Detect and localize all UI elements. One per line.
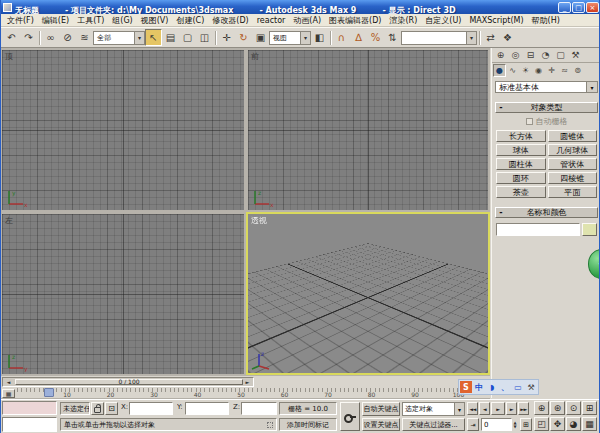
absolute-mode-toggle[interactable]: ⊡ bbox=[105, 402, 118, 415]
zoom-extents-icon[interactable]: ⊙ bbox=[566, 401, 581, 415]
category-helpers-icon[interactable]: ✛ bbox=[545, 64, 558, 77]
set-key-button[interactable]: 设置关键点 bbox=[362, 418, 400, 431]
time-slider-handle[interactable]: 0 / 100 bbox=[15, 379, 243, 385]
go-to-start-button[interactable]: ◄◄ bbox=[467, 402, 478, 415]
ime-fullwidth-icon[interactable]: ◗ bbox=[486, 381, 498, 393]
select-and-scale-icon[interactable]: ▣ bbox=[252, 29, 269, 46]
menu-item[interactable]: MAXScript(M) bbox=[465, 16, 527, 25]
ime-punctuation-icon[interactable]: 、 bbox=[499, 381, 511, 393]
tab-modify-icon[interactable]: ◎ bbox=[508, 48, 523, 62]
object-name-input[interactable] bbox=[496, 223, 580, 236]
primitive-type-dropdown[interactable]: 标准基本体 bbox=[495, 81, 598, 93]
menu-item[interactable]: 视图(V) bbox=[137, 15, 173, 26]
undo-icon[interactable]: ↶ bbox=[3, 29, 20, 46]
viewport-perspective-active[interactable]: 透视 z bbox=[246, 212, 490, 375]
bind-to-spacewarp-icon[interactable]: ≋ bbox=[76, 29, 93, 46]
menu-item[interactable]: 文件(F) bbox=[3, 15, 38, 26]
x-coordinate-field[interactable] bbox=[129, 402, 173, 415]
unlink-selection-icon[interactable]: ⊘ bbox=[59, 29, 76, 46]
play-button[interactable]: ► bbox=[491, 402, 505, 415]
select-by-name-icon[interactable]: ▤ bbox=[162, 29, 179, 46]
menu-item[interactable]: 动画(A) bbox=[289, 15, 325, 26]
tab-display-icon[interactable]: ▢ bbox=[553, 48, 568, 62]
add-time-tag[interactable]: 添加时间标记 bbox=[279, 418, 337, 431]
snap-toggle-icon[interactable]: ∩ bbox=[333, 29, 350, 46]
primitive-button[interactable]: 圆柱体 bbox=[496, 158, 546, 170]
spinner-snap-icon[interactable]: ⇅ bbox=[384, 29, 401, 46]
previous-frame-button[interactable]: ◄ bbox=[479, 402, 490, 415]
primitive-button[interactable]: 茶壶 bbox=[496, 186, 546, 198]
reference-coordinate-dropdown[interactable]: 视图 bbox=[269, 31, 311, 45]
menu-item[interactable]: 修改器(D) bbox=[208, 15, 252, 26]
maxscript-listener-box[interactable] bbox=[2, 417, 57, 432]
viewport-left-label[interactable]: 左 bbox=[5, 215, 13, 226]
select-and-link-icon[interactable]: ∞ bbox=[42, 29, 59, 46]
menu-item[interactable]: 渲染(R) bbox=[385, 15, 421, 26]
category-shapes-icon[interactable]: ∿ bbox=[506, 64, 519, 77]
mini-curve-editor-button[interactable]: ▦ bbox=[2, 389, 15, 398]
align-icon[interactable]: ❖ bbox=[499, 29, 516, 46]
redo-icon[interactable]: ↷ bbox=[20, 29, 37, 46]
menu-item[interactable]: 图表编辑器(D) bbox=[325, 15, 385, 26]
rectangular-selection-region-icon[interactable]: ▢ bbox=[179, 29, 196, 46]
angle-snap-icon[interactable]: ∆ bbox=[350, 29, 367, 46]
menu-item[interactable]: 帮助(H) bbox=[528, 15, 564, 26]
set-keys-button[interactable] bbox=[340, 402, 360, 431]
menu-item[interactable]: 编辑(E) bbox=[38, 15, 73, 26]
zoom-icon[interactable]: ⊕ bbox=[534, 401, 549, 415]
z-coordinate-field[interactable] bbox=[241, 402, 277, 415]
viewport-top[interactable]: 顶 x y bbox=[2, 50, 244, 210]
ime-softkeyboard-icon[interactable]: ▭ bbox=[512, 381, 524, 393]
primitive-button[interactable]: 平面 bbox=[548, 186, 598, 198]
mirror-icon[interactable]: ⇄ bbox=[482, 29, 499, 46]
minimize-button[interactable]: _ bbox=[558, 2, 571, 13]
primitive-button[interactable]: 四棱锥 bbox=[548, 172, 598, 184]
viewport-front[interactable]: 前 x z bbox=[248, 50, 488, 210]
next-frame-button[interactable]: ► bbox=[506, 402, 517, 415]
ime-toolbox-icon[interactable]: ⚒ bbox=[525, 381, 537, 393]
pan-icon[interactable]: ✥ bbox=[550, 417, 565, 431]
frame-spinner[interactable]: ▲▼ bbox=[512, 418, 518, 431]
go-to-end-button[interactable]: ►► bbox=[518, 402, 529, 415]
window-crossing-icon[interactable]: ◫ bbox=[196, 29, 213, 46]
tab-create-icon[interactable]: ⊕ bbox=[493, 48, 508, 62]
autogrid-checkbox[interactable] bbox=[526, 118, 533, 125]
time-configuration-button[interactable]: ⊞ bbox=[520, 418, 532, 431]
menu-item[interactable]: 自定义(U) bbox=[421, 15, 465, 26]
select-and-move-icon[interactable]: ✛ bbox=[218, 29, 235, 46]
named-selection-set-field[interactable] bbox=[401, 31, 477, 45]
object-color-swatch[interactable] bbox=[582, 223, 597, 236]
key-filter-dropdown[interactable]: 选定对象 bbox=[402, 402, 465, 416]
ime-language-icon[interactable]: 中 bbox=[473, 381, 485, 393]
category-cameras-icon[interactable]: ◉ bbox=[532, 64, 545, 77]
viewport-perspective-label[interactable]: 透视 bbox=[251, 215, 267, 226]
object-type-rollout-header[interactable]: - 对象类型 bbox=[495, 102, 598, 113]
ime-logo-icon[interactable]: S bbox=[460, 381, 472, 393]
macro-recorder-box[interactable] bbox=[2, 401, 57, 415]
percent-snap-icon[interactable]: % bbox=[367, 29, 384, 46]
category-lights-icon[interactable]: ☀ bbox=[519, 64, 532, 77]
selection-filter-dropdown[interactable]: 全部 bbox=[93, 31, 145, 45]
maximize-viewport-toggle-icon[interactable]: ▦ bbox=[582, 417, 597, 431]
primitive-button[interactable]: 圆环 bbox=[496, 172, 546, 184]
name-color-rollout-header[interactable]: - 名称和颜色 bbox=[495, 207, 598, 218]
auto-key-button[interactable]: 自动关键点 bbox=[362, 402, 400, 416]
category-systems-icon[interactable]: ⊚ bbox=[571, 64, 584, 77]
close-button[interactable]: × bbox=[586, 2, 599, 13]
notification-icon[interactable] bbox=[267, 422, 273, 428]
primitive-button[interactable]: 球体 bbox=[496, 144, 546, 156]
viewport-top-label[interactable]: 顶 bbox=[5, 51, 13, 62]
category-spacewarps-icon[interactable]: ≈ bbox=[558, 64, 571, 77]
key-filters-button[interactable]: 关键点过滤器... bbox=[402, 418, 465, 431]
zoom-all-icon[interactable]: ⊛ bbox=[550, 401, 565, 415]
menu-item[interactable]: 创建(C) bbox=[172, 15, 208, 26]
tab-motion-icon[interactable]: ◔ bbox=[538, 48, 553, 62]
menu-item[interactable]: 工具(T) bbox=[73, 15, 108, 26]
region-zoom-icon[interactable]: ◰ bbox=[534, 417, 549, 431]
select-object-icon[interactable]: ↖ bbox=[145, 29, 162, 46]
viewport-left[interactable]: 左 y z bbox=[2, 214, 244, 374]
restore-button[interactable]: □ bbox=[572, 2, 585, 13]
y-coordinate-field[interactable] bbox=[185, 402, 229, 415]
tab-utilities-icon[interactable]: ⚒ bbox=[568, 48, 583, 62]
menu-item[interactable]: reactor bbox=[253, 16, 290, 25]
